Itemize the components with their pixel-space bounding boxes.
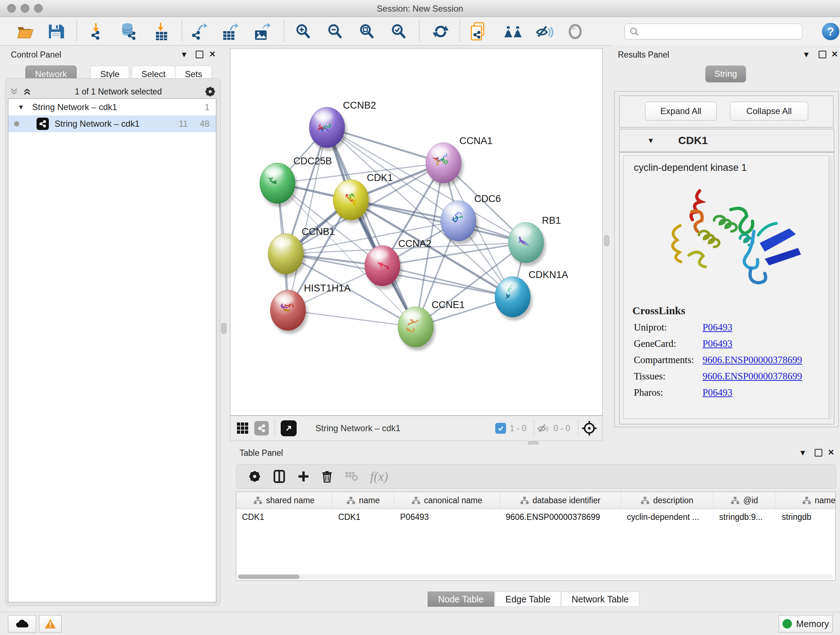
save-session-button[interactable]	[46, 22, 65, 41]
table-panel-menu-icon[interactable]: ▼	[799, 449, 807, 457]
tab-network-table[interactable]: Network Table	[561, 592, 639, 607]
table-panel-float-icon[interactable]	[815, 449, 822, 456]
control-panel-float-icon[interactable]	[196, 51, 203, 58]
table-cell[interactable]: CDK1	[236, 512, 332, 522]
table-cell[interactable]: 9606.ENSP00000378699	[500, 512, 621, 522]
left-splitter-handle[interactable]	[221, 323, 226, 334]
table-panel-close-icon[interactable]: ✕	[828, 448, 834, 456]
tab-edge-table[interactable]: Edge Table	[495, 592, 561, 607]
network-node-CCNB2[interactable]: CCNB2	[309, 100, 376, 151]
column-header-description[interactable]: description	[621, 492, 714, 509]
table-horizontal-scrollbar[interactable]	[237, 574, 834, 579]
export-table-button[interactable]	[221, 22, 240, 41]
network-row[interactable]: String Network – cdk1 11 48	[8, 116, 216, 132]
scrollbar-thumb[interactable]	[238, 575, 300, 579]
crosslink-link[interactable]: P06493	[703, 338, 733, 349]
network-style-icon[interactable]	[254, 421, 269, 435]
zoom-fit-icon	[359, 24, 375, 40]
network-node-CCNE1[interactable]: CCNE1	[398, 299, 465, 350]
first-neighbors-button[interactable]	[504, 22, 523, 41]
selected-checkbox-icon[interactable]	[495, 423, 506, 434]
column-header--id[interactable]: @id	[714, 492, 776, 509]
network-node-RB1[interactable]: RB1	[508, 215, 561, 266]
apply-layout-button[interactable]	[431, 22, 450, 41]
memory-button[interactable]: Memory	[778, 615, 833, 632]
zoom-selected-button[interactable]	[389, 22, 408, 41]
hidden-eye-icon[interactable]	[536, 423, 551, 434]
database-import-icon	[119, 22, 138, 41]
table-cell[interactable]: stringdb:9...	[714, 512, 776, 522]
results-panel-close-icon[interactable]: ✕	[831, 50, 838, 58]
gene-name: CDK1	[678, 134, 708, 147]
crosslink-link[interactable]: P06493	[703, 387, 733, 398]
network-graph[interactable]: CCNB2CCNA1CDC25BCDK1CDC6RB1CCNB1CCNA2CDK…	[231, 49, 602, 415]
add-column-button[interactable]	[298, 470, 309, 482]
expand-all-button[interactable]: Expand All	[645, 102, 717, 120]
refresh-icon	[432, 23, 449, 40]
column-header-namespace[interactable]: namespace	[776, 492, 836, 509]
new-network-from-selection-button[interactable]	[469, 22, 488, 41]
delete-table-button[interactable]	[345, 471, 358, 481]
expand-all-icon[interactable]	[22, 87, 32, 96]
export-image-button[interactable]	[253, 22, 271, 41]
import-network-from-file-button[interactable]	[88, 22, 106, 41]
column-header-canonical-name[interactable]: canonical name	[394, 492, 500, 509]
collection-expand-icon[interactable]: ▼	[18, 103, 24, 111]
table-toolbar: f(x)	[236, 464, 836, 489]
zoom-fit-button[interactable]	[357, 22, 376, 41]
show-all-button[interactable]	[566, 22, 584, 41]
export-network-button[interactable]	[189, 22, 208, 41]
import-network-from-database-button[interactable]	[119, 22, 138, 41]
search-input[interactable]	[639, 27, 793, 36]
collapse-all-icon[interactable]	[9, 87, 19, 96]
collapse-all-button[interactable]: Collapse All	[730, 102, 808, 120]
gene-section-header[interactable]: ▼ CDK1	[620, 129, 834, 152]
import-table-from-file-button[interactable]	[152, 22, 171, 41]
network-node-CDC6[interactable]: CDC6	[441, 193, 501, 244]
column-header-name[interactable]: name	[332, 492, 394, 509]
tab-string[interactable]: String	[706, 65, 746, 82]
warnings-button[interactable]	[39, 615, 62, 632]
results-scrollbar[interactable]	[829, 155, 832, 418]
birdseye-view-icon[interactable]	[581, 420, 597, 436]
crosslink-link[interactable]: 9606.ENSP00000378699	[703, 355, 802, 366]
network-node-CDKN1A[interactable]: CDKN1A	[495, 269, 568, 320]
show-columns-button[interactable]	[273, 470, 286, 483]
table-settings-button[interactable]	[248, 470, 261, 483]
table-cell[interactable]: stringdb	[776, 512, 836, 522]
network-node-CCNA1[interactable]: CCNA1	[426, 135, 493, 187]
crosslink-link[interactable]: P06493	[703, 322, 733, 333]
network-node-CDC25B[interactable]: CDC25B	[260, 156, 332, 207]
hide-selection-button[interactable]	[535, 22, 554, 41]
control-panel-menu-icon[interactable]: ▼	[180, 51, 188, 59]
gear-icon[interactable]	[205, 86, 216, 97]
network-node-HIST1H1A[interactable]: HIST1H1A	[270, 283, 351, 334]
results-panel-float-icon[interactable]	[819, 51, 826, 58]
help-button[interactable]: ?	[822, 23, 839, 40]
delete-column-button[interactable]	[322, 470, 332, 483]
string-network-icon	[36, 118, 49, 130]
network-collection-row[interactable]: ▼ String Network – cdk1 1	[8, 99, 216, 116]
table-cell[interactable]: cyclin-dependent ...	[621, 512, 714, 522]
column-header-shared-name[interactable]: shared name	[236, 492, 332, 509]
open-in-window-icon[interactable]	[281, 420, 297, 436]
memory-status-dot	[783, 619, 792, 629]
control-panel-close-icon[interactable]: ✕	[209, 50, 216, 58]
zoom-out-button[interactable]	[325, 22, 344, 41]
right-splitter-handle[interactable]	[604, 235, 609, 246]
network-canvas[interactable]: CCNB2CCNA1CDC25BCDK1CDC6RB1CCNB1CCNA2CDK…	[230, 48, 603, 416]
grid-view-icon[interactable]	[236, 422, 249, 435]
column-header-database-identifier[interactable]: database identifier	[500, 492, 621, 509]
crosslink-row: Tissues:9606.ENSP00000378699	[634, 371, 830, 382]
table-cell[interactable]: P06493	[394, 512, 500, 522]
section-collapse-icon[interactable]: ▼	[647, 136, 654, 145]
function-builder-button[interactable]: f(x)	[370, 469, 388, 484]
cloud-button[interactable]	[8, 615, 36, 632]
zoom-in-button[interactable]	[294, 22, 313, 41]
table-cell[interactable]: CDK1	[332, 512, 394, 522]
table-row[interactable]: CDK1CDK1P064939606.ENSP00000378699cyclin…	[236, 509, 835, 525]
tab-node-table[interactable]: Node Table	[428, 592, 494, 607]
open-session-button[interactable]	[16, 22, 35, 41]
crosslink-link[interactable]: 9606.ENSP00000378699	[703, 371, 802, 382]
results-panel-menu-icon[interactable]: ▼	[802, 51, 810, 59]
